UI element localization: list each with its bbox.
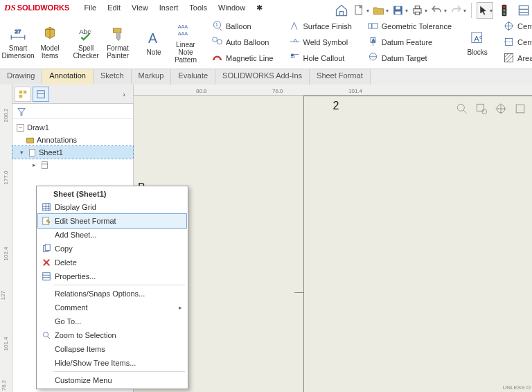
svg-rect-55 — [26, 138, 33, 143]
cmd-note[interactable]: A Note — [139, 17, 169, 66]
cmd-format-painter[interactable]: FormatPainter — [103, 17, 133, 66]
annotations-folder-icon — [25, 135, 35, 145]
svg-rect-6 — [415, 12, 419, 15]
ctx-customize-menu[interactable]: Customize Menu — [38, 373, 186, 387]
svg-line-47 — [507, 56, 513, 62]
tab-sketch[interactable]: Sketch — [94, 69, 132, 84]
tab-evaluate[interactable]: Evaluate — [171, 69, 215, 84]
tree-sheet1[interactable]: ▾ Sheet1 — [12, 146, 133, 159]
svg-line-25 — [219, 28, 222, 30]
cmd-hole-callout[interactable]: ⌀Hole Callout — [287, 51, 354, 65]
ribbon-column-balloon: 1Balloon Auto Balloon Magnetic Line — [206, 17, 278, 66]
ribbon-column-surface: Surface Finish Weld Symbol ⌀Hole Callout — [284, 17, 357, 66]
cmd-surface-finish[interactable]: Surface Finish — [287, 19, 354, 33]
svg-rect-48 — [19, 90, 22, 93]
svg-text:⌀: ⌀ — [290, 53, 293, 57]
tree-tab-feature-icon[interactable] — [15, 87, 31, 102]
cmd-blocks[interactable]: A° Blocks — [462, 17, 493, 66]
cmd-datum-feature[interactable]: ADatum Feature — [365, 35, 454, 49]
quick-toolbar: ▾ ▾ ▾ ▾ ▾ ▾ ▾ — [91, 0, 532, 21]
home-icon[interactable] — [333, 2, 350, 19]
svg-rect-5 — [415, 6, 419, 9]
new-icon[interactable]: ▾ — [353, 2, 369, 19]
svg-rect-49 — [24, 90, 26, 93]
expander-icon[interactable]: ▸ — [30, 161, 37, 168]
panel-expand-icon[interactable]: › — [117, 87, 131, 101]
ctx-zoom-selection[interactable]: Zoom to Selection — [38, 328, 186, 342]
svg-rect-51 — [37, 90, 45, 98]
options-icon[interactable] — [515, 2, 532, 19]
app-logo: DS SOLIDWORKS — [4, 2, 69, 13]
cmd-spell-checker[interactable]: Abc SpellChecker — [71, 17, 101, 66]
expander-icon[interactable]: ▾ — [18, 149, 25, 156]
cmd-linear-note-pattern[interactable]: AAAAAA LinearNotePattern — [170, 17, 201, 66]
funnel-icon — [17, 107, 26, 116]
tab-addins[interactable]: SOLIDWORKS Add-Ins — [215, 69, 310, 84]
svg-rect-67 — [43, 204, 51, 211]
undo-icon[interactable]: ▾ — [430, 2, 447, 19]
tab-drawing[interactable]: Drawing — [0, 69, 42, 84]
cmd-datum-target[interactable]: Datum Target — [365, 51, 454, 65]
ctx-collapse-items[interactable]: Collapse Items — [38, 342, 186, 356]
ctx-hide-show-tree[interactable]: Hide/Show Tree Items... — [38, 356, 186, 370]
drawing-icon — [15, 123, 25, 132]
svg-text:A°: A° — [474, 34, 482, 42]
ctx-display-grid[interactable]: Display Grid — [38, 200, 186, 214]
cmd-auto-balloon[interactable]: Auto Balloon — [209, 35, 276, 49]
grid-icon — [41, 202, 52, 213]
traffic-light-icon[interactable] — [496, 2, 513, 19]
cmd-geometric-tolerance[interactable]: Geometric Tolerance — [365, 19, 454, 33]
ribbon-column-center: Center Mark Centerline Area Hatch/Fill — [498, 17, 532, 66]
tree-sheet-child[interactable]: ▸ — [12, 159, 133, 171]
tab-markup[interactable]: Markup — [132, 69, 172, 84]
ribbon: 27 SmartDimension ModelItems Abc SpellCh… — [0, 15, 532, 69]
svg-text:1: 1 — [215, 22, 218, 27]
svg-line-46 — [505, 54, 512, 61]
cmd-model-items[interactable]: ModelItems — [35, 17, 65, 66]
ctx-edit-sheet-format[interactable]: Edit Sheet Format — [38, 214, 186, 228]
ctx-add-sheet[interactable]: Add Sheet... — [38, 228, 186, 242]
svg-text:AAA: AAA — [178, 30, 188, 36]
print-icon[interactable]: ▾ — [411, 2, 427, 19]
svg-rect-57 — [42, 161, 47, 168]
cmd-center-mark[interactable]: Center Mark — [501, 19, 532, 33]
ctx-go-to[interactable]: Go To... — [38, 314, 186, 328]
redo-icon[interactable]: ▾ — [450, 2, 466, 19]
svg-point-10 — [503, 12, 505, 15]
tree-tab-property-icon[interactable] — [33, 87, 49, 102]
tree-tab-bar: › — [12, 84, 133, 104]
ctx-relations-snaps[interactable]: Relations/Snaps Options... — [38, 287, 186, 301]
ctx-properties[interactable]: Properties... — [38, 269, 186, 283]
open-icon[interactable]: ▾ — [372, 2, 389, 19]
tree-root[interactable]: Draw1 — [12, 121, 133, 134]
svg-rect-44 — [505, 54, 513, 62]
delete-icon — [41, 257, 52, 268]
ribbon-column-datum: Geometric Tolerance ADatum Feature Datum… — [362, 17, 456, 66]
cmd-smart-dimension[interactable]: 27 SmartDimension — [3, 17, 33, 66]
cmd-weld-symbol[interactable]: Weld Symbol — [287, 35, 354, 49]
ctx-copy[interactable]: Copy — [38, 242, 186, 256]
tree-filter[interactable] — [12, 104, 133, 119]
cmd-balloon[interactable]: 1Balloon — [209, 19, 276, 33]
sheet-format-icon — [39, 160, 49, 170]
svg-rect-30 — [369, 24, 372, 28]
tab-sheet-format[interactable]: Sheet Format — [310, 69, 371, 84]
svg-text:27: 27 — [15, 28, 21, 35]
cursor-icon[interactable]: ▾ — [477, 2, 493, 19]
ctx-delete[interactable]: Delete — [38, 256, 186, 269]
edit-sheet-icon — [41, 215, 52, 226]
titleblock-text: UNLESS O — [503, 384, 531, 391]
drawing-canvas[interactable]: 80.8 76.0 101.4 2 B UNLESS O — [134, 84, 532, 392]
sheet-border — [303, 96, 532, 392]
tab-annotation[interactable]: Annotation — [42, 69, 94, 84]
cmd-magnetic-line[interactable]: Magnetic Line — [209, 51, 276, 65]
svg-rect-74 — [45, 244, 50, 251]
svg-point-8 — [503, 6, 505, 8]
save-icon[interactable]: ▾ — [391, 2, 408, 19]
cmd-area-hatch[interactable]: Area Hatch/Fill — [501, 51, 532, 65]
svg-rect-3 — [396, 12, 401, 15]
cmd-centerline[interactable]: Centerline — [501, 35, 532, 49]
tree-annotations[interactable]: Annotations — [12, 134, 133, 146]
ribbon-tabs: Drawing Annotation Sketch Markup Evaluat… — [0, 69, 532, 84]
ctx-comment[interactable]: Comment▸ — [38, 301, 186, 314]
